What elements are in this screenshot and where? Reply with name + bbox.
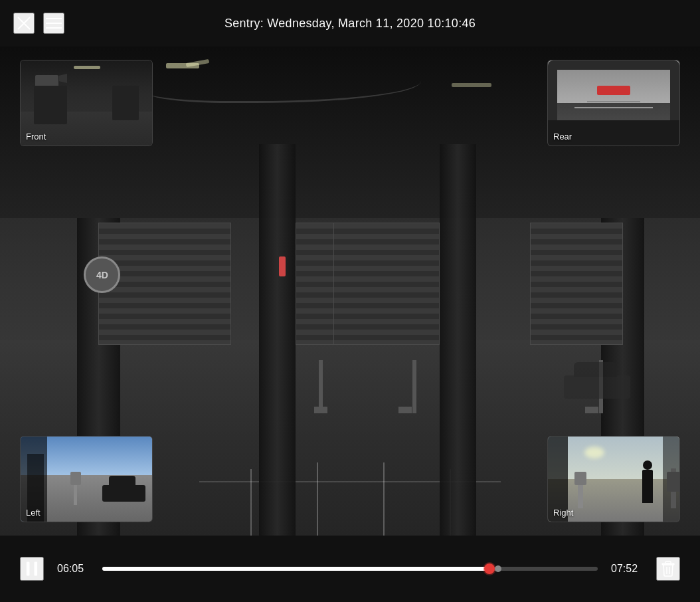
svg-rect-5 [27, 562, 30, 576]
parking-post-head-2 [398, 407, 412, 413]
pause-icon [23, 559, 41, 578]
close-button[interactable] [13, 13, 35, 34]
right-label: Right [553, 508, 573, 518]
pillar-center-left [259, 144, 296, 536]
roller-door-left [98, 223, 231, 345]
thumbnail-front[interactable]: Front [20, 60, 153, 146]
parking-post-head-1 [314, 407, 327, 413]
header: Sentry: Wednesday, March 11, 2020 10:10:… [0, 0, 700, 47]
current-time: 06:05 [57, 563, 89, 575]
front-pillar-2 [112, 86, 139, 120]
roller-door-right [530, 223, 623, 345]
camera-front-lens [59, 74, 67, 83]
pause-button[interactable] [20, 557, 44, 581]
left-label: Left [26, 508, 41, 518]
park-line-2 [317, 462, 318, 536]
controls-bar: 06:05 07:52 [0, 536, 700, 602]
parking-post-2 [412, 360, 416, 413]
right-light [584, 447, 604, 458]
right-charger [671, 468, 676, 508]
svg-rect-8 [665, 561, 671, 563]
delete-icon [659, 560, 677, 577]
right-person-body [642, 470, 653, 503]
rear-line [587, 101, 640, 102]
tesla-badge [597, 86, 630, 95]
menu-icon [46, 17, 62, 30]
car-far-right [564, 375, 630, 399]
parking-post-head-3 [585, 407, 598, 413]
front-ceiling-light [74, 66, 100, 69]
progress-bar[interactable] [102, 567, 598, 571]
roller-door-center-right [333, 223, 440, 345]
right-post [578, 472, 583, 508]
park-line-1 [250, 469, 252, 536]
thumbnail-right[interactable]: Right [547, 436, 680, 522]
thumbnail-left[interactable]: Left [20, 436, 153, 522]
total-time: 07:52 [611, 563, 643, 575]
left-car-body [102, 485, 145, 502]
progress-fill [102, 567, 493, 571]
delete-button[interactable] [656, 557, 680, 581]
header-title: Sentry: Wednesday, March 11, 2020 10:10:… [224, 17, 476, 31]
ceiling-light-3 [452, 83, 491, 87]
parking-post-1 [319, 360, 323, 413]
front-pillar [34, 86, 67, 124]
ceiling-rail [146, 66, 421, 103]
thumbnail-rear[interactable]: Rear [547, 60, 680, 146]
fire-extinguisher [279, 256, 286, 276]
pillar-center-right [440, 144, 476, 536]
park-line-3 [383, 462, 385, 536]
progress-thumb-secondary [495, 565, 501, 572]
rear-line-2 [574, 107, 654, 108]
progress-thumb [484, 563, 495, 574]
svg-rect-6 [35, 562, 38, 576]
left-post [74, 472, 77, 505]
close-icon [16, 15, 32, 31]
main-video-area: 4D [0, 47, 700, 536]
rear-label: Rear [553, 132, 572, 142]
main-video: 4D [0, 47, 700, 536]
front-label: Front [26, 132, 46, 142]
menu-button[interactable] [43, 13, 64, 34]
